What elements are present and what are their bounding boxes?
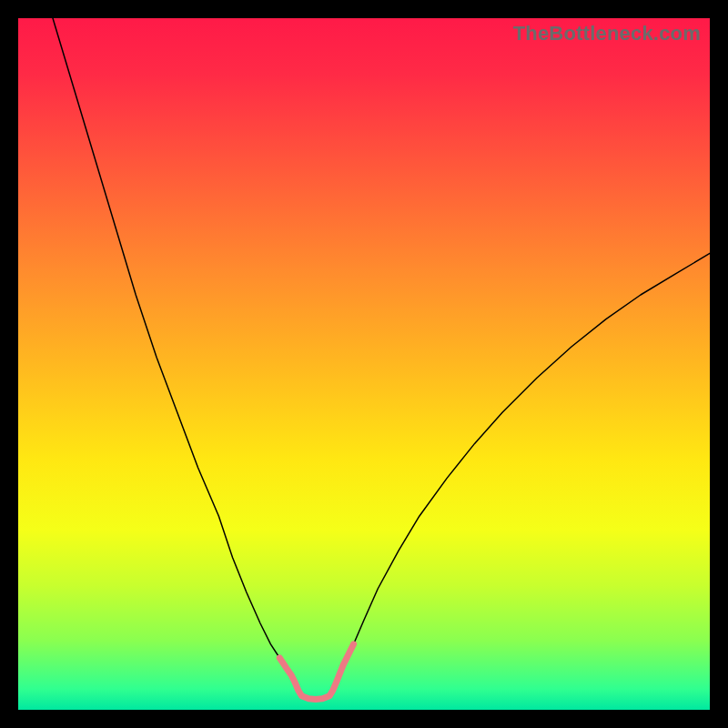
series-right-curve <box>333 253 710 690</box>
series-left-curve <box>53 18 298 691</box>
series-bottom-pink-segment <box>279 644 353 700</box>
chart-svg <box>18 18 710 710</box>
plot-area: TheBottleneck.com <box>18 18 710 710</box>
chart-frame: TheBottleneck.com <box>0 0 728 728</box>
